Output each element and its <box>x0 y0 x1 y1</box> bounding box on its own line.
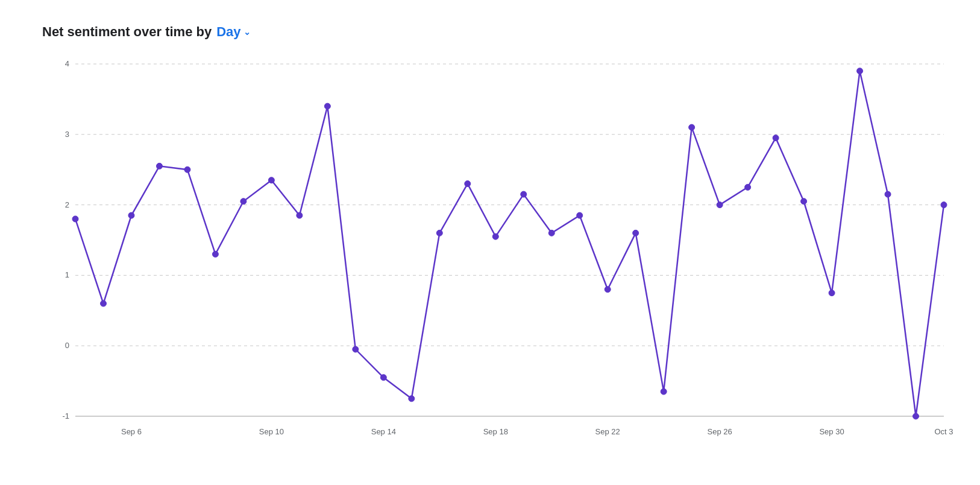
data-point[interactable] <box>941 202 947 208</box>
data-point[interactable] <box>745 184 751 190</box>
svg-text:Sep 26: Sep 26 <box>708 427 732 436</box>
svg-text:Sep 22: Sep 22 <box>595 427 620 436</box>
data-point[interactable] <box>661 388 667 395</box>
data-point[interactable] <box>521 191 527 197</box>
sentiment-chart: -101234Sep 6Sep 10Sep 14Sep 18Sep 22Sep … <box>42 58 962 446</box>
data-point[interactable] <box>801 198 807 204</box>
data-point[interactable] <box>465 181 471 187</box>
data-point[interactable] <box>297 212 303 218</box>
data-point[interactable] <box>885 191 891 197</box>
data-point[interactable] <box>156 163 162 169</box>
chart-title: Net sentiment over time by Day ⌄ <box>42 24 962 40</box>
dropdown-label[interactable]: Day <box>216 24 240 40</box>
data-point[interactable] <box>184 166 190 173</box>
data-point[interactable] <box>240 198 247 204</box>
svg-text:-1: -1 <box>62 411 69 420</box>
data-point[interactable] <box>548 230 554 236</box>
data-point[interactable] <box>72 216 78 222</box>
data-point[interactable] <box>717 202 723 208</box>
svg-text:Oct 3: Oct 3 <box>934 427 953 436</box>
data-point[interactable] <box>492 233 498 239</box>
data-point[interactable] <box>605 287 611 293</box>
day-dropdown[interactable]: Day ⌄ <box>216 24 250 40</box>
data-point[interactable] <box>633 230 639 236</box>
data-point[interactable] <box>212 251 218 257</box>
svg-text:2: 2 <box>65 200 69 209</box>
data-point[interactable] <box>268 177 274 183</box>
data-point[interactable] <box>100 300 106 306</box>
data-point[interactable] <box>353 346 359 352</box>
chart-container: Net sentiment over time by Day ⌄ -101234… <box>0 0 980 485</box>
data-point[interactable] <box>380 375 386 381</box>
data-point[interactable] <box>324 103 330 109</box>
svg-text:Sep 30: Sep 30 <box>819 427 844 436</box>
svg-text:Sep 14: Sep 14 <box>371 427 396 436</box>
svg-text:Sep 18: Sep 18 <box>483 427 508 436</box>
data-point[interactable] <box>913 413 919 419</box>
data-point[interactable] <box>857 68 863 74</box>
data-point[interactable] <box>409 396 415 402</box>
data-point[interactable] <box>577 212 583 218</box>
chart-area: -101234Sep 6Sep 10Sep 14Sep 18Sep 22Sep … <box>42 58 962 446</box>
data-point[interactable] <box>829 290 835 296</box>
svg-text:3: 3 <box>65 130 69 139</box>
svg-text:4: 4 <box>65 59 69 68</box>
title-prefix: Net sentiment over time by <box>42 24 212 40</box>
svg-text:0: 0 <box>65 341 69 350</box>
svg-text:Sep 10: Sep 10 <box>259 427 284 436</box>
data-point[interactable] <box>128 212 134 218</box>
svg-text:1: 1 <box>65 270 69 279</box>
chevron-down-icon: ⌄ <box>243 27 251 37</box>
svg-text:Sep 6: Sep 6 <box>121 427 142 436</box>
data-point[interactable] <box>773 135 779 141</box>
data-point[interactable] <box>689 124 695 130</box>
data-point[interactable] <box>436 230 442 236</box>
